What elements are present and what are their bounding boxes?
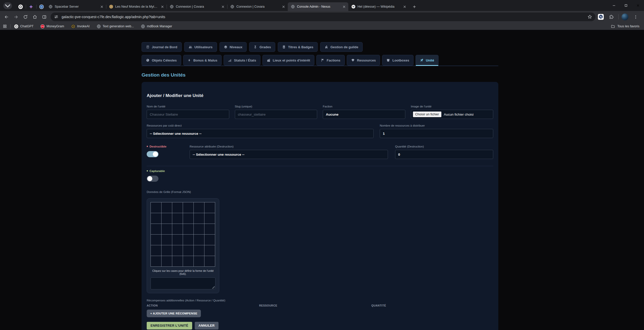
- grid-cell[interactable]: [162, 235, 172, 245]
- sub-tab-bonus-malus[interactable]: Bonus & Malus: [183, 55, 222, 66]
- sub-tab-unit[interactable]: Unité: [416, 55, 439, 66]
- grid-cell[interactable]: [183, 235, 194, 245]
- grid-cell[interactable]: [183, 213, 194, 224]
- browser-tab[interactable]: Connexion | Covara: [167, 2, 227, 11]
- grid-cell[interactable]: [172, 213, 183, 224]
- tab-search-button[interactable]: [3, 2, 12, 9]
- nav-tab-journal-de-bord[interactable]: Journal de Bord: [142, 42, 182, 52]
- grid-cell[interactable]: [183, 224, 194, 235]
- tab-close-icon[interactable]: [100, 5, 104, 9]
- destruction-qty-input[interactable]: [395, 150, 493, 159]
- grid-cell[interactable]: [172, 256, 183, 267]
- profile-avatar[interactable]: [622, 14, 628, 20]
- nav-tab-niveaux[interactable]: Niveaux: [220, 42, 247, 52]
- grid-cell[interactable]: [194, 224, 204, 235]
- kebab-menu-icon[interactable]: [631, 13, 640, 21]
- bookmark-item[interactable]: mdBook Manager: [141, 24, 172, 29]
- puzzle-icon[interactable]: [607, 13, 616, 21]
- new-tab-button[interactable]: [411, 3, 418, 10]
- grid-cell[interactable]: [172, 224, 183, 235]
- grid-cell[interactable]: [204, 213, 215, 224]
- grid-cell[interactable]: [194, 235, 204, 245]
- browser-tab[interactable]: Spacebar Server: [45, 2, 106, 11]
- bookmark-item[interactable]: InvokeAI: [71, 24, 90, 29]
- home-button[interactable]: [30, 13, 39, 21]
- grid-cell[interactable]: [183, 202, 194, 213]
- pinned-tab[interactable]: [26, 2, 36, 11]
- side-panel-button[interactable]: [40, 13, 49, 21]
- grid-cell[interactable]: [151, 213, 162, 224]
- nav-tab-titres-badges[interactable]: Titres & Badges: [278, 42, 318, 52]
- unit-name-input[interactable]: [147, 110, 229, 119]
- grid-cell[interactable]: [172, 235, 183, 245]
- close-button[interactable]: [632, 0, 644, 11]
- reload-button[interactable]: [21, 13, 30, 21]
- back-button[interactable]: [2, 13, 11, 21]
- destructible-toggle[interactable]: [147, 151, 158, 157]
- grid-cell[interactable]: [151, 256, 162, 267]
- bookmark-star-icon[interactable]: [587, 14, 592, 19]
- bookmark-item[interactable]: Text generation web...: [97, 24, 134, 29]
- grid-cell[interactable]: [151, 245, 162, 256]
- tab-close-icon[interactable]: [160, 5, 165, 9]
- grid-cell[interactable]: [162, 213, 172, 224]
- grid-cell[interactable]: [194, 202, 204, 213]
- grid-cell[interactable]: [204, 245, 215, 256]
- grid-cell[interactable]: [162, 224, 172, 235]
- apps-grid-icon[interactable]: [3, 24, 7, 29]
- pinned-tab[interactable]: [15, 2, 26, 11]
- unit-image-file-input[interactable]: Choisir un fichier Aucun fichier choisi: [411, 110, 493, 119]
- nav-tab-grades[interactable]: Grades: [249, 42, 275, 52]
- grid-json-textarea[interactable]: [151, 277, 215, 289]
- faction-select[interactable]: Aucune: [323, 110, 405, 119]
- sub-tab-factions[interactable]: Factions: [316, 55, 344, 66]
- grid-cell[interactable]: [162, 202, 172, 213]
- tab-close-icon[interactable]: [342, 5, 346, 9]
- sub-tab-ressources[interactable]: Ressources: [347, 55, 380, 66]
- bookmark-item[interactable]: ChatGPT: [14, 24, 33, 29]
- resize-handle[interactable]: [212, 286, 215, 289]
- browser-tab[interactable]: Les Neuf Mondes de la Mythol: [106, 2, 167, 11]
- grid-cell[interactable]: [204, 224, 215, 235]
- url-text[interactable]: galactic-pve-conquest-c7fe.dev.flatlogic…: [62, 15, 587, 19]
- grid-cell[interactable]: [194, 245, 204, 256]
- maximize-button[interactable]: [620, 0, 632, 11]
- add-reward-button[interactable]: + AJOUTER UNE RÉCOMPENSE: [147, 310, 201, 317]
- browser-tab[interactable]: Console Admin - Nexus: [288, 2, 348, 11]
- destruction-resource-select[interactable]: -- Sélectionner une ressource --: [190, 150, 388, 159]
- save-unit-button[interactable]: ENREGISTRER L'UNITÉ: [147, 322, 192, 329]
- nav-tab-utilisateurs[interactable]: Utilisateurs: [184, 42, 217, 52]
- grid-cell[interactable]: [151, 224, 162, 235]
- grid-cell[interactable]: [151, 202, 162, 213]
- grid-cell[interactable]: [194, 256, 204, 267]
- grid-cell[interactable]: [204, 202, 215, 213]
- choose-file-button[interactable]: Choisir un fichier: [413, 112, 441, 117]
- grid-cell[interactable]: [151, 235, 162, 245]
- grid-cell[interactable]: [183, 256, 194, 267]
- distribute-count-input[interactable]: [380, 129, 493, 138]
- all-bookmarks-button[interactable]: Tous les favoris: [611, 24, 639, 29]
- sub-tab-lieux-et-points-d-int-r-t[interactable]: Lieux et points d'intérêt: [262, 55, 314, 66]
- nexus-extension-icon[interactable]: [597, 14, 604, 20]
- browser-tab[interactable]: WHel (déesse) — Wikipédia: [348, 2, 409, 11]
- cost-resource-select[interactable]: -- Sélectionner une ressource --: [147, 129, 374, 138]
- slug-input[interactable]: [235, 110, 317, 119]
- nav-tab-gestion-de-guilde[interactable]: Gestion de guilde: [320, 42, 363, 52]
- grid-cell[interactable]: [172, 245, 183, 256]
- grid-cell[interactable]: [194, 213, 204, 224]
- tab-close-icon[interactable]: [221, 5, 225, 9]
- sub-tab-lootboxes[interactable]: Lootboxes: [382, 55, 413, 66]
- site-info-icon[interactable]: [54, 14, 59, 19]
- sub-tab-statuts-tats[interactable]: Statuts / États: [224, 55, 260, 66]
- sub-tab-objets-c-lestes[interactable]: Objets Célestes: [142, 55, 181, 66]
- address-bar[interactable]: galactic-pve-conquest-c7fe.dev.flatlogic…: [51, 13, 595, 21]
- grid-cell[interactable]: [162, 256, 172, 267]
- tab-close-icon[interactable]: [281, 5, 286, 9]
- grid-cell[interactable]: [162, 245, 172, 256]
- capturable-toggle[interactable]: [147, 176, 158, 182]
- grid-cell[interactable]: [172, 202, 183, 213]
- grid-cell[interactable]: [204, 235, 215, 245]
- tab-close-icon[interactable]: [402, 5, 407, 9]
- cancel-button[interactable]: ANNULER: [195, 322, 218, 329]
- bookmark-item[interactable]: MoneyGram: [40, 24, 64, 29]
